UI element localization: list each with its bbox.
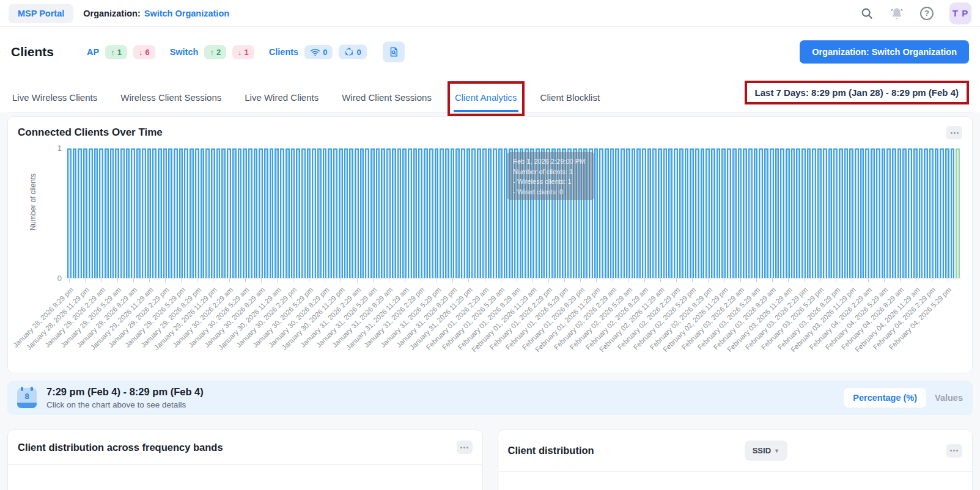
chart-bar[interactable] bbox=[801, 148, 806, 278]
date-range-selector[interactable]: Last 7 Days: 8:29 pm (Jan 28) - 8:29 pm … bbox=[745, 81, 969, 104]
chart-bar[interactable] bbox=[652, 148, 657, 278]
chart-bar[interactable] bbox=[701, 148, 705, 278]
chart-bar[interactable] bbox=[296, 148, 300, 278]
chart-bar[interactable] bbox=[424, 148, 428, 278]
chart-bar[interactable] bbox=[131, 148, 135, 278]
chart-bar[interactable] bbox=[370, 148, 375, 278]
chart-bar[interactable] bbox=[791, 148, 795, 278]
chart-bar[interactable] bbox=[264, 148, 268, 278]
chart-bar[interactable] bbox=[184, 148, 188, 278]
chart-bar[interactable] bbox=[328, 148, 332, 278]
ap-stat-label[interactable]: AP bbox=[87, 47, 99, 57]
chart-bar[interactable] bbox=[876, 148, 880, 278]
chart-bar[interactable] bbox=[190, 148, 194, 278]
chart-bar[interactable] bbox=[839, 148, 843, 278]
chart-bar[interactable] bbox=[828, 148, 833, 278]
chart-bar[interactable] bbox=[605, 148, 609, 278]
tab-client-blocklist[interactable]: Client Blocklist bbox=[539, 84, 602, 112]
chart-bar[interactable] bbox=[360, 148, 364, 278]
chart-bar[interactable] bbox=[115, 148, 119, 278]
chart-bar[interactable] bbox=[632, 148, 636, 278]
chart-bar[interactable] bbox=[455, 148, 460, 278]
chart-bar[interactable] bbox=[738, 148, 742, 278]
chart-bar[interactable] bbox=[435, 148, 439, 278]
chart-bar[interactable] bbox=[892, 148, 896, 278]
chart-bar[interactable] bbox=[610, 148, 614, 278]
chart-bar[interactable] bbox=[429, 148, 433, 278]
chart-bar[interactable] bbox=[759, 148, 763, 278]
chart-bar[interactable] bbox=[408, 148, 412, 278]
chart-bar[interactable] bbox=[913, 148, 918, 278]
chart-bar[interactable] bbox=[674, 148, 678, 278]
chart-bar[interactable] bbox=[73, 148, 77, 278]
chart-bar[interactable] bbox=[402, 148, 407, 278]
chart-bar[interactable] bbox=[812, 148, 816, 278]
chart-bar[interactable] bbox=[142, 148, 146, 278]
chart-bar[interactable] bbox=[770, 148, 774, 278]
chart-bar[interactable] bbox=[152, 148, 157, 278]
chart-bar[interactable] bbox=[498, 148, 503, 278]
chart-bar[interactable] bbox=[105, 148, 109, 278]
chart-bar[interactable] bbox=[333, 148, 337, 278]
chart-bar[interactable] bbox=[860, 148, 864, 278]
chart-bar[interactable] bbox=[732, 148, 737, 278]
chart-bar[interactable] bbox=[727, 148, 731, 278]
chart-bar[interactable] bbox=[339, 148, 343, 278]
chart-bar[interactable] bbox=[748, 148, 753, 278]
chart-bar[interactable] bbox=[940, 148, 944, 278]
chart-bar[interactable] bbox=[711, 148, 715, 278]
chart-bar[interactable] bbox=[690, 148, 694, 278]
chart-bar[interactable] bbox=[232, 148, 237, 278]
chart-bar[interactable] bbox=[397, 148, 402, 278]
chart-bar[interactable] bbox=[493, 148, 497, 278]
chart-bar[interactable] bbox=[466, 148, 471, 278]
chart-bar[interactable] bbox=[78, 148, 82, 278]
chart-bar[interactable] bbox=[482, 148, 487, 278]
chart-bar[interactable] bbox=[216, 148, 221, 278]
client-search-button[interactable] bbox=[383, 42, 405, 62]
help-icon[interactable]: ? bbox=[920, 7, 934, 20]
chart-bar[interactable] bbox=[168, 148, 172, 278]
clients-stat-label[interactable]: Clients bbox=[269, 47, 298, 57]
switch-stat-label[interactable]: Switch bbox=[170, 47, 199, 57]
ap-down-badge[interactable]: ↓6 bbox=[133, 45, 155, 59]
chart-bar[interactable] bbox=[663, 148, 668, 278]
chart-bar[interactable] bbox=[902, 148, 907, 278]
chart-bar[interactable] bbox=[440, 148, 444, 278]
chart-bar[interactable] bbox=[201, 148, 205, 278]
chart-bar[interactable] bbox=[647, 148, 652, 278]
chart-bar[interactable] bbox=[280, 148, 284, 278]
chart-bar[interactable] bbox=[381, 148, 385, 278]
chart-bar[interactable] bbox=[195, 148, 199, 278]
chart-bar[interactable] bbox=[301, 148, 306, 278]
chart-bar[interactable] bbox=[259, 148, 263, 278]
chart-bar[interactable] bbox=[871, 148, 875, 278]
chart-bar[interactable] bbox=[717, 148, 721, 278]
percentage-toggle-button[interactable]: Percentage (%) bbox=[844, 388, 926, 408]
chart-bar[interactable] bbox=[817, 148, 822, 278]
chart-bar[interactable] bbox=[270, 148, 274, 278]
organization-switch-button[interactable]: Organization: Switch Organization bbox=[800, 40, 969, 64]
chart-bar[interactable] bbox=[323, 148, 327, 278]
chart-bar[interactable] bbox=[158, 148, 162, 278]
chart-bar[interactable] bbox=[924, 148, 928, 278]
chart-bar[interactable] bbox=[855, 148, 859, 278]
frequency-bands-menu-ellipsis-icon[interactable] bbox=[457, 441, 473, 454]
chart-bar[interactable] bbox=[743, 148, 747, 278]
chart-bar[interactable] bbox=[668, 148, 672, 278]
chart-bar[interactable] bbox=[945, 148, 949, 278]
chart-bar[interactable] bbox=[919, 148, 923, 278]
chart-bar[interactable] bbox=[706, 148, 710, 278]
chart-bar[interactable] bbox=[254, 148, 258, 278]
chart-bar[interactable] bbox=[413, 148, 418, 278]
chart-bar[interactable] bbox=[94, 148, 98, 278]
chart-bar[interactable] bbox=[908, 148, 912, 278]
values-toggle-button[interactable]: Values bbox=[935, 393, 963, 403]
chart-bar[interactable] bbox=[882, 148, 886, 278]
chart-bar[interactable] bbox=[786, 148, 790, 278]
chart-bar[interactable] bbox=[897, 148, 902, 278]
chart-bar[interactable] bbox=[386, 148, 391, 278]
chart-bar[interactable] bbox=[823, 148, 827, 278]
chart-bar[interactable] bbox=[451, 148, 455, 278]
chart-bar[interactable] bbox=[238, 148, 242, 278]
